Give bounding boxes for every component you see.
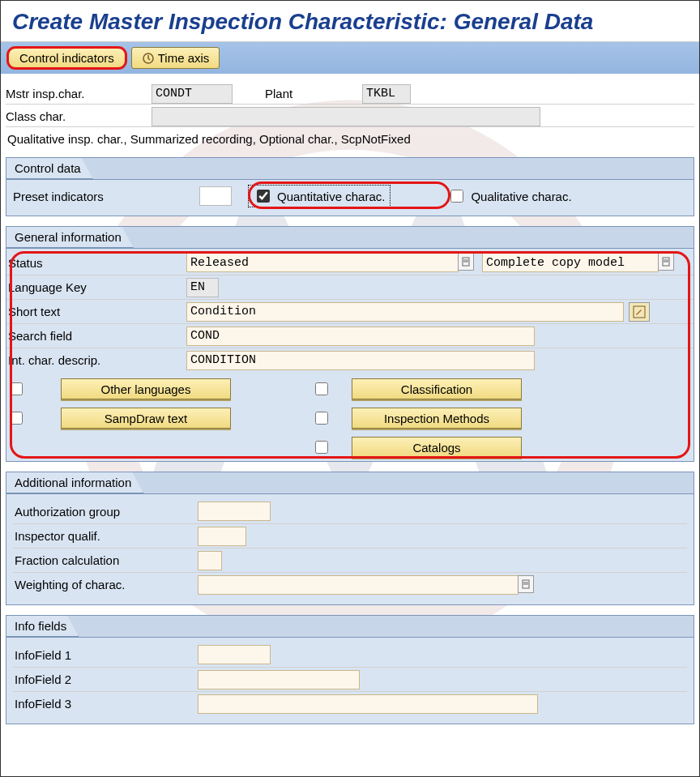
fraction-calc-label: Fraction calculation <box>15 553 198 567</box>
app-toolbar: Control indicators Time axis <box>1 42 699 74</box>
preset-indicators-label: Preset indicators <box>13 190 183 203</box>
inspection-methods-button[interactable]: Inspection Methods <box>352 408 522 429</box>
short-text-field[interactable] <box>186 302 624 322</box>
control-data-group: Control data Preset indicators Quantitat… <box>6 157 694 216</box>
plant-field[interactable] <box>362 84 411 104</box>
infofield1-label: InfoField 1 <box>15 648 198 662</box>
sampdraw-checkbox[interactable] <box>10 412 23 425</box>
page-title: Create Master Inspection Characteristic:… <box>1 1 699 42</box>
status-dropdown-icon[interactable] <box>458 253 474 271</box>
class-char-label: Class char. <box>6 109 152 123</box>
infofield3-label: InfoField 3 <box>15 697 198 711</box>
search-field-label: Search field <box>8 329 186 343</box>
qualitative-label: Qualitative charac. <box>471 190 571 203</box>
infofield3-input[interactable] <box>198 694 538 714</box>
auth-group-field[interactable] <box>198 502 271 521</box>
edit-long-text-button[interactable] <box>629 302 650 322</box>
time-axis-label: Time axis <box>158 51 210 65</box>
classification-button[interactable]: Classification <box>352 378 522 399</box>
preset-indicators-field[interactable] <box>199 186 232 206</box>
general-info-tab: General information <box>6 227 134 248</box>
auth-group-label: Authorization group <box>15 505 198 519</box>
int-char-field[interactable] <box>186 351 535 370</box>
class-char-field[interactable] <box>152 107 540 126</box>
language-key-field[interactable] <box>186 278 219 297</box>
weighting-label: Weighting of charac. <box>15 578 198 591</box>
control-indicators-button[interactable]: Control indicators <box>7 47 126 69</box>
master-char-field[interactable] <box>152 84 233 104</box>
master-char-label: Mstr insp.char. <box>6 87 152 100</box>
sampdraw-button[interactable]: SampDraw text <box>61 408 231 429</box>
language-key-label: Language Key <box>8 280 186 294</box>
catalogs-button[interactable]: Catalogs <box>352 437 522 458</box>
plant-label: Plant <box>265 87 362 100</box>
catalogs-checkbox[interactable] <box>315 441 328 454</box>
qualitative-checkbox[interactable] <box>450 190 463 203</box>
infofield1-input[interactable] <box>198 645 271 664</box>
int-char-label: Int. char. descrip. <box>8 353 186 367</box>
inspection-methods-checkbox[interactable] <box>315 412 328 425</box>
clock-icon <box>142 52 155 65</box>
other-languages-checkbox[interactable] <box>10 382 23 395</box>
quantitative-label: Quantitative charac. <box>277 190 385 203</box>
inspector-qualif-field[interactable] <box>198 527 246 546</box>
char-summary-text: Qualitative insp. char., Summarized reco… <box>6 129 694 152</box>
fraction-calc-field[interactable] <box>198 551 222 570</box>
status-label: Status <box>8 256 186 270</box>
infofield2-input[interactable] <box>198 670 360 689</box>
pencil-icon <box>633 305 646 318</box>
search-field-input[interactable] <box>186 327 535 346</box>
copy-model-field[interactable] <box>482 253 659 272</box>
control-data-tab: Control data <box>6 158 93 179</box>
other-languages-button[interactable]: Other languages <box>61 378 231 399</box>
weighting-dropdown-icon[interactable] <box>518 575 534 593</box>
short-text-label: Short text <box>8 305 186 318</box>
info-fields-tab: Info fields <box>6 616 79 637</box>
quantitative-charac-wrapper: Quantitative charac. <box>248 185 391 207</box>
time-axis-button[interactable]: Time axis <box>131 47 220 69</box>
status-field[interactable] <box>186 253 459 272</box>
inspector-qualif-label: Inspector qualif. <box>15 529 198 543</box>
info-fields-group: Info fields InfoField 1 InfoField 2 Info… <box>6 615 694 724</box>
copy-model-dropdown-icon[interactable] <box>658 253 674 271</box>
infofield2-label: InfoField 2 <box>15 672 198 686</box>
additional-info-group: Additional information Authorization gro… <box>6 472 694 605</box>
weighting-field[interactable] <box>198 575 519 595</box>
quantitative-checkbox[interactable] <box>257 190 270 203</box>
additional-info-tab: Additional information <box>6 472 143 493</box>
classification-checkbox[interactable] <box>315 382 328 395</box>
general-info-group: General information Status <box>6 226 694 462</box>
